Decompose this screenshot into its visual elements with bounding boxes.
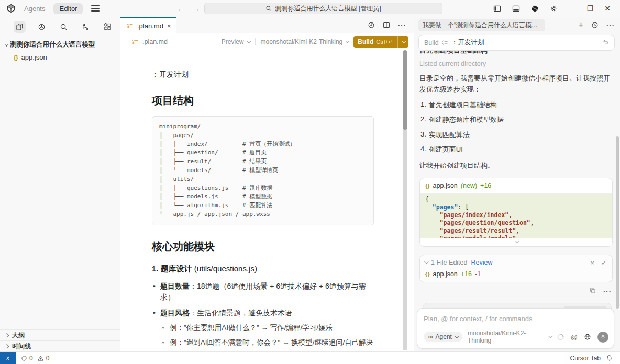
microphone-button[interactable] (597, 332, 608, 343)
menu-icon[interactable] (91, 4, 100, 13)
mention-icon[interactable]: @ (571, 333, 578, 341)
timeline-chevron-icon (5, 344, 9, 348)
toggle-panel-icon[interactable] (512, 5, 520, 13)
status-bar: 0 0 Cursor Tab (0, 351, 620, 364)
diff-code: { "pages": [ "pages/index/index", "pages… (420, 194, 612, 238)
remote-indicator[interactable] (0, 352, 16, 364)
back-icon[interactable]: ← (177, 4, 185, 13)
problems-indicator[interactable]: 0 0 (21, 355, 49, 362)
editor-tab-bar: .plan.md × ··· (120, 17, 414, 33)
assistant-paragraph: 让我开始创建项目结构。 (419, 161, 613, 172)
chat-input[interactable] (424, 315, 608, 323)
plan-file-icon (127, 22, 134, 29)
app-logo-icon (6, 4, 16, 13)
web-globe-icon[interactable] (584, 333, 591, 340)
tab-plan-md[interactable]: .plan.md × (120, 17, 176, 33)
preview-label: Preview (222, 38, 244, 46)
edited-file-name: app.json (433, 270, 458, 278)
preview-mode-select[interactable]: Preview (222, 38, 250, 46)
review-link[interactable]: Review (471, 259, 492, 266)
build-dropdown-icon[interactable] (397, 36, 408, 48)
tree-code: miniprogram/ ├── pages/ │ ├── index/ # 首… (159, 122, 367, 219)
maximize-button[interactable]: ❐ (587, 4, 594, 13)
step-item: 2.创建静态题库和模型数据 (419, 115, 613, 124)
command-center-search[interactable]: 测测你适合用什么大语言模型 [管理员] (204, 3, 442, 14)
timeline-section[interactable]: 时间线 (0, 340, 120, 351)
plan-build-label: Build (424, 39, 439, 47)
edited-removed: -1 (475, 270, 481, 278)
plan-build-card[interactable]: Build ：开发计划 (418, 35, 615, 51)
chat-more-icon[interactable]: ··· (606, 21, 615, 29)
chat-model-select[interactable]: moonshotai/Kimi-K2-Thinking (468, 329, 551, 344)
copy-icon[interactable] (589, 287, 596, 295)
editor-scrollbar[interactable] (403, 50, 407, 350)
cursor-badge-icon[interactable] (531, 5, 539, 13)
close-button[interactable]: ✕ (604, 4, 611, 13)
extensions-icon[interactable] (102, 21, 114, 33)
tab-close-icon[interactable]: × (167, 22, 171, 30)
cursor-tab-toggle[interactable]: Cursor Tab (570, 355, 601, 362)
build-split-button[interactable]: Build Ctrl+↵ (353, 36, 408, 48)
scrollbar-thumb[interactable] (403, 50, 407, 130)
search-icon (265, 5, 272, 12)
heading-question-design: 1. 题库设计 (utils/questions.js) (152, 264, 374, 274)
ai-models-icon[interactable] (36, 21, 48, 33)
plan-list-icon (442, 40, 448, 46)
panel-scrollbar-thumb[interactable] (616, 136, 619, 309)
editor-header: .plan.md Preview moonshotai/Kimi-K2-Thin… (120, 33, 414, 50)
settings-gear-icon[interactable] (550, 5, 558, 13)
chat-input-card[interactable]: ∞ Agent moonshotai/Kimi-K2-Thinking @ (417, 308, 614, 349)
editor-area: .plan.md × ··· .plan.md Preview moonshot… (120, 17, 414, 351)
json-file-icon: {} (425, 271, 430, 277)
tab-agents[interactable]: Agents (24, 5, 45, 13)
collapse-chevron-icon (4, 42, 8, 46)
new-chat-icon[interactable]: + (579, 21, 583, 29)
chat-panel: 我要做一个“测测你适合用什么大语言模型”的游 + ··· Build ：开发计划… (414, 17, 620, 351)
assistant-paragraph: 目录是空的，我需要从零开始创建微信小程序项目。让我按照开发优先级逐步实现： (419, 73, 613, 95)
heading-modules: 核心功能模块 (152, 240, 374, 254)
explorer-icon[interactable] (14, 21, 26, 33)
timeline-label: 时间线 (12, 342, 31, 351)
chevron-down-icon (247, 39, 251, 43)
tool-call-listed[interactable]: Listed current directory (419, 60, 613, 67)
clipped-text: 首先创建项目基础结构 (419, 51, 613, 55)
message-more-icon[interactable]: ··· (603, 287, 612, 295)
code-block-tree: miniprogram/ ├── pages/ │ ├── index/ # 首… (152, 116, 374, 225)
project-root[interactable]: 测测你适合用什么大语言模型 (0, 36, 120, 51)
notifications-bell-icon[interactable] (606, 355, 613, 361)
list-item: 例："遇到AI回答不满意时，你会？" → 换模型/继续追问/自己解决 (160, 337, 374, 348)
outline-section[interactable]: 大纲 (0, 329, 120, 340)
reject-all-icon[interactable]: × (591, 259, 595, 267)
accept-all-icon[interactable]: ✓ (601, 259, 607, 267)
toggle-sidebar-icon[interactable] (493, 5, 501, 13)
chevron-down-icon (548, 334, 552, 338)
tab-editor[interactable]: Editor (53, 3, 83, 14)
expand-diff-chevron-icon[interactable] (420, 238, 612, 246)
file-app-json[interactable]: {} app.json (0, 51, 120, 63)
diff-card-app-json[interactable]: {} app.json (new) +16 { "pages": [ "page… (419, 178, 613, 247)
step-item: 4.创建页面UI (419, 145, 613, 154)
edited-file-row[interactable]: {} app.json +16 -1 (424, 270, 607, 278)
list-item: 例："你主要想用AI做什么？" → 写作/编程/学习/娱乐 (160, 323, 374, 334)
steps-list: 1.首先创建项目基础结构 2.创建静态题库和模型数据 3.实现匹配算法 4.创建… (419, 100, 613, 155)
agent-mode-select[interactable]: ∞ Agent (424, 332, 462, 342)
forward-icon[interactable]: → (192, 4, 200, 13)
json-file-icon: {} (14, 54, 18, 61)
editor-ai-icon[interactable] (368, 21, 375, 29)
doc-intro: ：开发计划 (152, 70, 374, 79)
collapse-chevron-icon[interactable] (424, 260, 428, 264)
source-control-icon[interactable] (80, 21, 92, 33)
search-panel-icon[interactable] (58, 21, 70, 33)
title-bar: Agents Editor ← → 测测你适合用什么大语言模型 [管理员] — … (0, 0, 620, 17)
chat-title-tab[interactable]: 我要做一个“测测你适合用什么大语言模型”的游 (418, 19, 545, 31)
sidebar: 测测你适合用什么大语言模型 {} app.json 大纲 时间线 (0, 17, 120, 351)
breadcrumb[interactable]: .plan.md (132, 38, 168, 46)
split-editor-icon[interactable] (383, 21, 390, 29)
editor-more-icon[interactable]: ··· (398, 21, 406, 29)
minimize-button[interactable]: — (569, 4, 576, 13)
outline-chevron-icon (5, 333, 9, 337)
editor-model-select[interactable]: moonshotai/Kimi-K2-Thinking (261, 38, 349, 46)
restore-checkpoint-icon[interactable] (602, 39, 609, 46)
list-item: 题目数量：18道题（6道使用场景 + 6道技术偏好 + 6道预算与需求） (152, 281, 374, 303)
history-icon[interactable] (591, 21, 599, 29)
